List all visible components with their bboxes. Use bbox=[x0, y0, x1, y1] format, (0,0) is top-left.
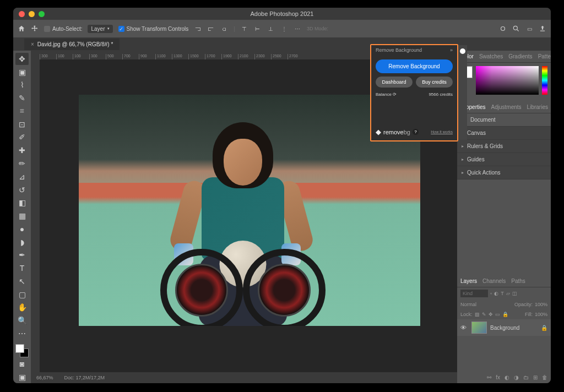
quick-select-tool[interactable]: ✎ bbox=[15, 92, 29, 104]
share-icon[interactable] bbox=[539, 25, 546, 32]
document-tab[interactable]: × David.jpg @ 66,7% (RGB/8#) * bbox=[24, 39, 120, 50]
tab-gradients[interactable]: Gradients bbox=[508, 53, 532, 59]
lock-all-icon[interactable]: 🔒 bbox=[502, 312, 508, 317]
dodge-tool[interactable]: ◗ bbox=[15, 236, 29, 248]
align-bottom-icon[interactable]: ⊥ bbox=[267, 25, 275, 32]
workspace-icon[interactable]: ▭ bbox=[525, 25, 533, 32]
filter-smart-icon[interactable]: ◫ bbox=[512, 291, 517, 296]
app-window: Adobe Photoshop 2021 Auto-Select: Layer▾… bbox=[13, 8, 551, 383]
screen-mode-tool[interactable]: ▣ bbox=[15, 371, 29, 383]
crop-tool[interactable]: ⌗ bbox=[15, 105, 29, 117]
properties-document: 🗎 Document bbox=[457, 113, 551, 127]
color-picker[interactable] bbox=[457, 63, 551, 101]
tab-paths[interactable]: Paths bbox=[511, 278, 525, 284]
minimize-window-button[interactable] bbox=[29, 11, 35, 17]
auto-select-checkbox[interactable]: Auto-Select: bbox=[44, 26, 82, 32]
blur-tool[interactable]: ● bbox=[15, 223, 29, 235]
buy-credits-button[interactable]: Buy credits bbox=[416, 77, 453, 88]
3d-mode-label: 3D Mode: bbox=[307, 26, 328, 31]
removebg-plugin-icon[interactable] bbox=[460, 48, 465, 54]
close-window-button[interactable] bbox=[19, 11, 25, 17]
align-top-icon[interactable]: ⊤ bbox=[241, 25, 248, 32]
gradient-tool[interactable]: ▦ bbox=[15, 210, 29, 222]
marquee-tool[interactable]: ▣ bbox=[15, 66, 29, 78]
dashboard-button[interactable]: Dashboard bbox=[376, 77, 413, 88]
fill-value[interactable]: 100% bbox=[535, 312, 547, 317]
brush-tool[interactable]: ✏ bbox=[15, 157, 29, 170]
lock-transparency-icon[interactable]: ▨ bbox=[475, 312, 480, 317]
path-tool[interactable]: ↖ bbox=[15, 275, 29, 287]
delete-layer-icon[interactable]: 🗑 bbox=[542, 374, 547, 380]
filter-type-icon[interactable]: T bbox=[501, 291, 504, 296]
section-rulers[interactable]: ▸Rulers & Grids bbox=[457, 140, 551, 153]
lock-position-icon[interactable]: ✥ bbox=[489, 312, 493, 317]
zoom-level[interactable]: 66,67% bbox=[36, 375, 53, 380]
search-icon[interactable] bbox=[512, 25, 520, 32]
fx-icon[interactable]: fx bbox=[496, 374, 500, 380]
eraser-tool[interactable]: ◧ bbox=[15, 197, 29, 209]
layer-dropdown[interactable]: Layer▾ bbox=[88, 25, 112, 33]
tab-layers[interactable]: Layers bbox=[460, 278, 477, 284]
plugin-title: Remove Background bbox=[376, 47, 422, 53]
group-icon[interactable]: 🗀 bbox=[523, 374, 529, 380]
filter-image-icon[interactable]: ▫ bbox=[490, 291, 492, 296]
zoom-tool[interactable]: 🔍 bbox=[15, 314, 29, 326]
lock-artboard-icon[interactable]: ▭ bbox=[495, 312, 500, 317]
home-icon[interactable] bbox=[18, 25, 25, 32]
tab-swatches[interactable]: Swatches bbox=[479, 53, 503, 59]
opacity-value[interactable]: 100% bbox=[535, 302, 547, 307]
how-it-works-link[interactable]: How it works bbox=[431, 130, 453, 134]
link-layers-icon[interactable]: ⚯ bbox=[487, 374, 491, 380]
tab-channels[interactable]: Channels bbox=[482, 278, 506, 284]
pen-tool[interactable]: ✒ bbox=[15, 249, 29, 261]
align-middle-icon[interactable]: ⊢ bbox=[254, 25, 262, 32]
distribute-icon[interactable]: ⋮ bbox=[280, 25, 288, 32]
new-layer-icon[interactable]: ⊞ bbox=[533, 374, 538, 380]
layer-thumbnail[interactable] bbox=[471, 322, 487, 334]
tab-libraries[interactable]: Libraries bbox=[527, 104, 548, 110]
section-quick-actions[interactable]: ▸Quick Actions bbox=[457, 166, 551, 179]
info-icon[interactable]: ? bbox=[413, 129, 419, 135]
options-bar: Auto-Select: Layer▾ ✓Show Transform Cont… bbox=[13, 20, 551, 37]
align-left-icon[interactable]: ⫎ bbox=[194, 25, 202, 32]
blend-mode-dropdown[interactable]: Normal bbox=[460, 302, 476, 307]
tab-adjustments[interactable]: Adjustments bbox=[491, 104, 522, 110]
maximize-window-button[interactable] bbox=[39, 11, 45, 17]
more-options-icon[interactable]: ⋯ bbox=[294, 25, 301, 32]
layer-row[interactable]: 👁 Background 🔒 bbox=[457, 319, 551, 336]
history-brush-tool[interactable]: ↺ bbox=[15, 184, 29, 196]
ruler-vertical bbox=[31, 59, 40, 372]
healing-tool[interactable]: ✚ bbox=[15, 144, 29, 156]
visibility-icon[interactable]: 👁 bbox=[460, 324, 468, 331]
color-swatches[interactable] bbox=[15, 344, 29, 357]
type-tool[interactable]: T bbox=[15, 262, 29, 274]
move-tool[interactable]: ✥ bbox=[15, 53, 29, 65]
align-center-h-icon[interactable]: ⫍ bbox=[207, 25, 215, 32]
cloud-icon[interactable] bbox=[499, 25, 507, 32]
show-transform-checkbox[interactable]: ✓Show Transform Controls bbox=[118, 26, 189, 32]
section-canvas[interactable]: ▸Canvas bbox=[457, 127, 551, 140]
move-tool-icon[interactable] bbox=[31, 25, 39, 32]
quick-mask-tool[interactable]: ◙ bbox=[15, 358, 29, 371]
collapse-icon[interactable]: » bbox=[450, 47, 453, 53]
layer-filter-input[interactable] bbox=[460, 290, 488, 297]
stamp-tool[interactable]: ⊿ bbox=[15, 171, 29, 183]
mask-icon[interactable]: ◐ bbox=[505, 374, 509, 380]
tab-patterns[interactable]: Patterns bbox=[538, 53, 551, 59]
close-tab-icon[interactable]: × bbox=[31, 41, 34, 47]
lock-paint-icon[interactable]: ✎ bbox=[482, 312, 486, 317]
frame-tool[interactable]: ⊡ bbox=[15, 118, 29, 130]
align-right-icon[interactable]: ⫏ bbox=[220, 25, 228, 32]
edit-toolbar[interactable]: ⋯ bbox=[15, 328, 29, 340]
refresh-icon[interactable]: ⟳ bbox=[393, 92, 397, 97]
lasso-tool[interactable]: ⌇ bbox=[15, 79, 29, 91]
svg-point-1 bbox=[513, 26, 517, 30]
section-guides[interactable]: ▸Guides bbox=[457, 153, 551, 166]
shape-tool[interactable]: ▢ bbox=[15, 288, 29, 301]
adjustment-layer-icon[interactable]: ◑ bbox=[514, 374, 519, 380]
filter-shape-icon[interactable]: ▱ bbox=[506, 291, 510, 296]
eyedropper-tool[interactable]: ✐ bbox=[15, 132, 29, 144]
filter-adjustment-icon[interactable]: ◐ bbox=[494, 291, 498, 296]
remove-background-button[interactable]: Remove Background bbox=[376, 59, 453, 73]
hand-tool[interactable]: ✋ bbox=[15, 302, 29, 314]
